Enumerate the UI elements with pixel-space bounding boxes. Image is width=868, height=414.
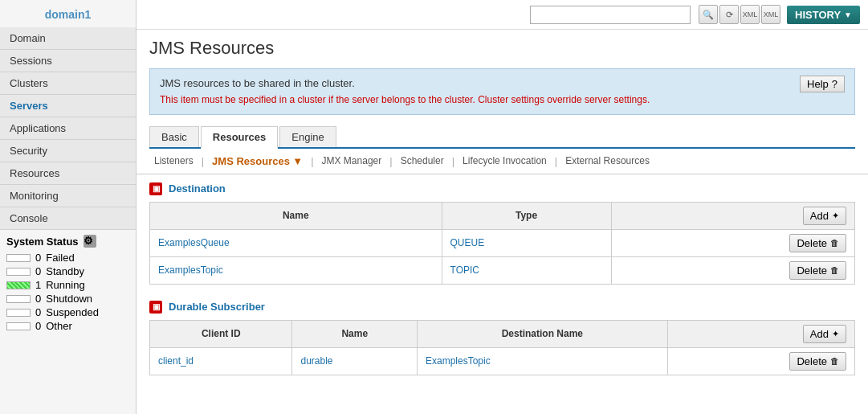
info-warning-text: This item must be specified in a cluster… (160, 92, 650, 108)
history-dropdown-arrow: ▼ (844, 10, 852, 19)
subnav-jms-resources-label: JMS Resources (212, 155, 290, 167)
destination-col-type: Type (442, 202, 611, 229)
destination-row0-name[interactable]: ExamplesQueue (150, 229, 442, 256)
durable-subscriber-title: Durable Subscriber (169, 301, 265, 313)
subnav-scheduler[interactable]: Scheduler (396, 154, 449, 168)
destination-row0-delete-button[interactable]: Delete 🗑 (789, 234, 846, 252)
status-bar-standby (6, 268, 31, 276)
durable-add-cell: Add ✦ (667, 320, 854, 347)
status-bar-shutdown (6, 295, 31, 303)
status-label-suspended: Suspended (46, 306, 99, 318)
durable-subscriber-table: Client ID Name Destination Name Add ✦ cl… (149, 320, 855, 375)
destination-table: Name Type Add ✦ ExamplesQueue QUEUE (149, 202, 855, 285)
info-text-block: JMS resources to be shared in the cluste… (160, 76, 650, 108)
topbar: 🔍 ⟳ XML XML HISTORY ▼ (137, 0, 868, 30)
destination-row1-name[interactable]: ExamplesTopic (150, 256, 442, 284)
help-icon: ? (832, 78, 837, 90)
tab-basic[interactable]: Basic (149, 126, 199, 147)
destination-row0-type[interactable]: QUEUE (442, 229, 611, 256)
search-input[interactable] (530, 6, 691, 24)
sidebar-item-security[interactable]: Security (0, 140, 136, 162)
status-count-failed: 0 (35, 252, 41, 264)
tab-resources[interactable]: Resources (201, 126, 278, 149)
history-btn-wrapper: HISTORY ▼ (787, 6, 860, 24)
destination-section: ▣ Destination Name Type Add ✦ (137, 174, 868, 293)
durable-row0-client-id[interactable]: client_id (150, 347, 292, 375)
destination-row1-delete-button[interactable]: Delete 🗑 (789, 261, 846, 280)
durable-subscriber-icon: ▣ (149, 301, 162, 314)
sidebar-item-domain[interactable]: Domain (0, 27, 136, 50)
status-count-standby: 0 (35, 265, 41, 277)
subnav-sep-2: | (311, 155, 313, 167)
system-status-icon: ⚙ (84, 235, 96, 248)
destination-add-button[interactable]: Add ✦ (803, 207, 846, 225)
help-label: Help (807, 78, 829, 90)
status-row-other: 0 Other (6, 319, 129, 333)
status-label-standby: Standby (46, 265, 84, 277)
status-label-other: Other (46, 320, 72, 332)
history-button[interactable]: HISTORY ▼ (787, 6, 860, 24)
destination-row0-delete-icon: 🗑 (830, 238, 839, 248)
status-count-shutdown: 0 (35, 293, 41, 305)
sidebar-item-monitoring[interactable]: Monitoring (0, 185, 136, 207)
export-xml2-button[interactable]: XML (761, 5, 780, 24)
sidebar-item-applications[interactable]: Applications (0, 117, 136, 140)
status-row-running: 1 Running (6, 278, 129, 292)
table-row: client_id durable ExamplesTopic Delete 🗑 (150, 347, 855, 375)
refresh-button[interactable]: ⟳ (719, 5, 739, 24)
domain-title[interactable]: domain1 (0, 0, 136, 27)
info-main-text: JMS resources to be shared in the cluste… (160, 76, 650, 92)
destination-icon: ▣ (149, 182, 162, 195)
subnav-sep-3: | (389, 155, 392, 167)
help-button[interactable]: Help ? (800, 76, 845, 92)
subnav-sep-4: | (452, 155, 454, 167)
tab-engine[interactable]: Engine (279, 126, 336, 147)
destination-row1-type[interactable]: TOPIC (442, 256, 611, 284)
durable-row0-delete-label: Delete (797, 355, 827, 367)
subnav-jms-resources[interactable]: JMS Resources ▼ (207, 154, 308, 169)
sidebar: domain1 Domain Sessions Clusters Servers… (0, 0, 137, 414)
destination-add-cell: Add ✦ (611, 202, 854, 229)
tabs: Basic Resources Engine (149, 126, 855, 149)
durable-add-icon: ✦ (832, 329, 839, 339)
durable-add-label: Add (810, 328, 829, 340)
subnav-jmx-manager[interactable]: JMX Manager (317, 154, 387, 168)
status-count-running: 1 (35, 279, 41, 291)
durable-add-button[interactable]: Add ✦ (803, 325, 846, 343)
sidebar-item-servers[interactable]: Servers (0, 95, 136, 117)
destination-row1-delete-label: Delete (797, 264, 827, 277)
durable-col-client-id: Client ID (150, 320, 292, 347)
status-count-suspended: 0 (35, 306, 41, 318)
sidebar-item-clusters[interactable]: Clusters (0, 72, 136, 95)
status-bar-suspended (6, 309, 31, 317)
durable-row0-delete-cell: Delete 🗑 (667, 347, 854, 375)
destination-col-name: Name (150, 202, 442, 229)
durable-subscriber-heading: ▣ Durable Subscriber (149, 301, 855, 314)
export-xml-button[interactable]: XML (740, 5, 760, 24)
sidebar-item-sessions[interactable]: Sessions (0, 50, 136, 72)
sidebar-item-console[interactable]: Console (0, 207, 136, 230)
status-label-failed: Failed (46, 252, 74, 264)
durable-row0-name[interactable]: durable (292, 347, 417, 375)
status-bar-failed (6, 254, 31, 262)
subnav: Listeners | JMS Resources ▼ | JMX Manage… (137, 149, 868, 174)
durable-row0-dest-name[interactable]: ExamplesTopic (417, 347, 667, 375)
destination-row0-delete-cell: Delete 🗑 (611, 229, 854, 256)
status-row-failed: 0 Failed (6, 251, 129, 264)
subnav-listeners[interactable]: Listeners (149, 154, 198, 168)
sidebar-item-resources[interactable]: Resources (0, 162, 136, 185)
subnav-lifecycle[interactable]: Lifecycle Invocation (458, 154, 552, 168)
status-row-shutdown: 0 Shutdown (6, 292, 129, 305)
page-title: JMS Resources (149, 38, 855, 59)
status-row-suspended: 0 Suspended (6, 305, 129, 319)
destination-add-icon: ✦ (832, 211, 839, 221)
durable-subscriber-section: ▣ Durable Subscriber Client ID Name Dest… (137, 293, 868, 383)
destination-row1-delete-icon: 🗑 (830, 265, 839, 275)
info-box: JMS resources to be shared in the cluste… (149, 68, 855, 115)
subnav-sep-5: | (555, 155, 557, 167)
durable-col-name: Name (292, 320, 417, 347)
durable-row0-delete-button[interactable]: Delete 🗑 (789, 352, 846, 371)
subnav-external[interactable]: External Resources (560, 154, 654, 168)
search-button[interactable]: 🔍 (699, 5, 718, 24)
destination-row0-delete-label: Delete (797, 237, 827, 249)
